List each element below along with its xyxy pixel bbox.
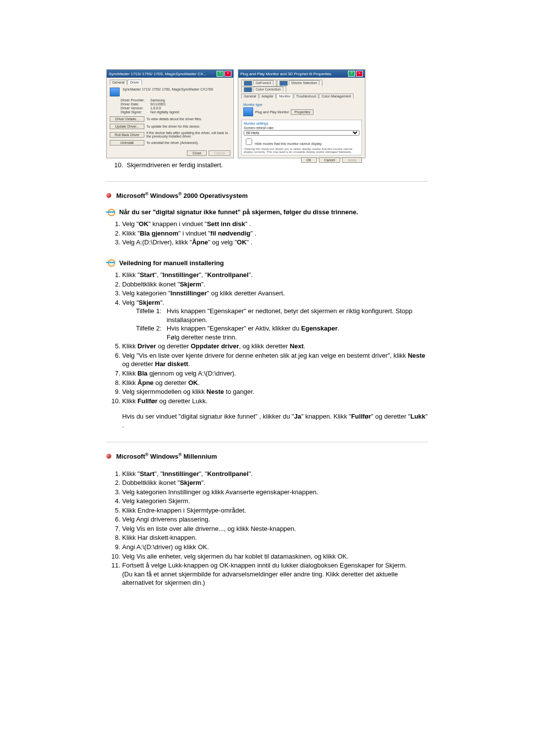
- cancel-button[interactable]: Cancel: [319, 157, 341, 163]
- driver-properties-dialog: SyncMaster 171S/ 175S/ 170S, MagicSyncMa…: [106, 69, 234, 158]
- hide-modes-checkbox[interactable]: [246, 139, 252, 145]
- signature-steps: Velg "OK" knappen i vinduet "Sett inn di…: [108, 220, 428, 247]
- close-icon[interactable]: ×: [224, 71, 231, 77]
- dialog1-tabs: General Driver: [110, 80, 230, 85]
- manual-steps: Klikk "Start", "Innstillinger", "Kontrol…: [108, 271, 428, 405]
- help-icon[interactable]: ?: [217, 71, 223, 77]
- step-icon: [106, 259, 115, 266]
- cancel-button: Cancel: [209, 150, 230, 156]
- monitor-icon: [243, 107, 253, 116]
- rollback-driver-button[interactable]: Roll Back Driver: [110, 132, 144, 138]
- driver-details-button[interactable]: Driver Details...: [110, 116, 144, 122]
- ok-button[interactable]: OK: [301, 157, 317, 163]
- subhead-manual: Veiledning for manuell installering: [106, 259, 428, 267]
- tab-colorman[interactable]: Color Management: [319, 94, 354, 98]
- apply-button: Apply: [342, 157, 362, 163]
- tab-general2[interactable]: General: [241, 94, 259, 98]
- update-driver-button[interactable]: Update Driver...: [110, 124, 144, 129]
- tab-monitor[interactable]: Monitor: [276, 94, 293, 98]
- uninstall-button[interactable]: Uninstall: [110, 140, 144, 145]
- close-icon[interactable]: ×: [356, 71, 363, 77]
- tab-adapter[interactable]: Adapter: [259, 94, 276, 98]
- tab-driver[interactable]: Driver: [128, 80, 142, 85]
- help-icon[interactable]: ?: [348, 71, 355, 77]
- bullet-icon: [106, 454, 111, 459]
- section-win2000: Microsoft® Windows® 2000 Operativsystem: [106, 191, 428, 199]
- screenshot-row: SyncMaster 171S/ 175S/ 170S, MagicSyncMa…: [106, 69, 428, 158]
- tab-colorcorr[interactable]: Color Correction: [241, 86, 286, 93]
- monitor-settings-box: Monitor settings Screen refresh rate: 60…: [241, 120, 362, 155]
- step-icon: [106, 209, 115, 216]
- subhead-signature: Når du ser "digital signatur ikke funnet…: [106, 208, 428, 216]
- divider: [106, 181, 428, 182]
- dialog2-title: Plug and Play Monitor and 3D Prophet III…: [240, 72, 331, 76]
- refresh-rate-select[interactable]: 60 Hertz: [244, 130, 359, 136]
- monitor-properties-dialog: Plug and Play Monitor and 3D Prophet III…: [238, 69, 365, 158]
- manual-note: Hvis du ser vinduet "digital signatur ik…: [122, 412, 428, 429]
- tab-devsel[interactable]: Device Selection: [277, 80, 322, 86]
- section-winme: Microsoft® Windows® Millennium: [106, 452, 428, 460]
- divider: [106, 442, 428, 442]
- tab-geforce[interactable]: GeForce3: [241, 80, 276, 86]
- bullet-icon: [106, 193, 111, 198]
- tab-general[interactable]: General: [110, 80, 127, 85]
- tab-troubleshoot[interactable]: Troubleshoot: [294, 94, 319, 98]
- monitor-icon: [110, 88, 120, 96]
- close-button[interactable]: Close: [187, 150, 207, 156]
- properties-button[interactable]: Properties: [291, 109, 313, 115]
- device-name: SyncMaster 171S/ 175S/ 170S, MagicSyncMa…: [123, 88, 213, 96]
- winme-steps: Klikk "Start", "Innstillinger", "Kontrol…: [108, 470, 428, 587]
- dialog1-title: SyncMaster 171S/ 175S/ 170S, MagicSyncMa…: [109, 72, 206, 76]
